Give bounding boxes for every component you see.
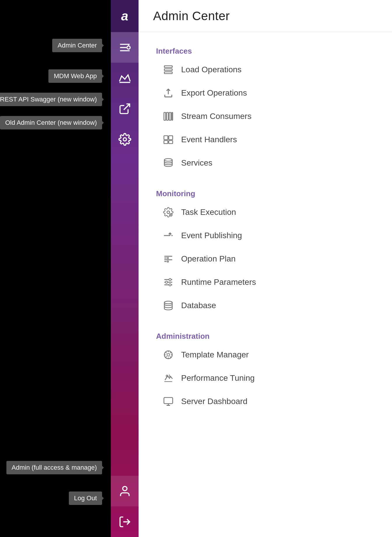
services-icon	[162, 157, 175, 169]
svg-rect-15	[167, 113, 168, 120]
main-content: Admin Center Interfaces Load Operations	[139, 0, 392, 537]
performance-tuning-icon	[162, 372, 175, 385]
nav-item-template-manager[interactable]: Template Manager	[153, 343, 377, 366]
svg-point-42	[164, 301, 172, 304]
stream-consumers-icon	[162, 110, 175, 123]
nav-item-database[interactable]: Database	[153, 294, 377, 317]
nav-item-label: Export Operations	[181, 88, 247, 98]
nav-item-label: Operation Plan	[181, 254, 236, 264]
nav-item-label: Services	[181, 158, 212, 168]
nav-item-label: Stream Consumers	[181, 112, 251, 121]
section-label-monitoring: Monitoring	[153, 189, 377, 198]
svg-point-45	[166, 375, 168, 377]
operation-plan-icon	[162, 252, 175, 265]
nav-item-operation-plan[interactable]: Operation Plan	[153, 247, 377, 271]
svg-point-34	[167, 257, 169, 259]
svg-rect-12	[164, 72, 172, 74]
app-logo: a	[111, 0, 139, 32]
nav-item-performance-tuning[interactable]: Performance Tuning	[153, 366, 377, 390]
page-title: Admin Center	[153, 9, 230, 23]
left-panel: Admin Center MDM Web App REST API Swagge…	[0, 0, 111, 537]
template-manager-icon	[162, 348, 175, 361]
tooltip-admin-user: Admin (full access & manage)	[6, 461, 102, 474]
svg-point-40	[165, 281, 168, 283]
nav-item-label: Load Operations	[181, 65, 242, 74]
task-execution-icon	[162, 206, 175, 219]
svg-point-22	[164, 159, 172, 161]
sidebar-item-admin-center[interactable]	[111, 32, 139, 63]
tooltip-old-admin-center: Old Admin Center (new window)	[0, 116, 102, 129]
svg-point-23	[167, 211, 170, 214]
load-operations-icon	[162, 63, 175, 76]
svg-rect-17	[172, 113, 173, 120]
event-publishing-icon	[162, 229, 175, 242]
logout-icon	[118, 515, 131, 528]
svg-rect-18	[164, 136, 168, 140]
nav-item-label: Task Execution	[181, 208, 236, 217]
settings-list-icon	[118, 41, 131, 54]
svg-rect-16	[169, 113, 171, 120]
nav-item-runtime-parameters[interactable]: Runtime Parameters	[153, 271, 377, 294]
svg-point-44	[167, 354, 170, 356]
nav-item-label: Database	[181, 301, 216, 310]
sidebar-item-rest-api[interactable]	[111, 93, 139, 124]
svg-rect-46	[164, 398, 173, 404]
nav-item-label: Server Dashboard	[181, 397, 247, 406]
nav-item-event-handlers[interactable]: Event Handlers	[153, 128, 377, 151]
sidebar: a	[111, 0, 139, 537]
nav-item-task-execution[interactable]: Task Execution	[153, 201, 377, 224]
crown-icon	[118, 72, 131, 85]
svg-rect-20	[164, 141, 168, 144]
svg-point-3	[127, 46, 130, 49]
svg-point-39	[169, 278, 171, 281]
nav-item-label: Event Handlers	[181, 135, 237, 144]
nav-item-services[interactable]: Services	[153, 151, 377, 175]
svg-rect-19	[169, 136, 173, 140]
sidebar-item-user[interactable]	[111, 476, 139, 506]
svg-rect-10	[164, 66, 172, 68]
nav-item-server-dashboard[interactable]: Server Dashboard	[153, 390, 377, 413]
svg-point-35	[167, 261, 169, 262]
runtime-parameters-icon	[162, 276, 175, 289]
server-dashboard-icon	[162, 395, 175, 408]
svg-point-7	[123, 138, 126, 141]
gear-icon	[118, 133, 131, 146]
spacer-1	[153, 175, 377, 183]
svg-rect-11	[164, 69, 172, 71]
export-operations-icon	[162, 87, 175, 99]
nav-item-label: Performance Tuning	[181, 373, 255, 383]
main-header: Admin Center	[139, 0, 392, 32]
tooltip-admin-center: Admin Center	[52, 39, 102, 52]
event-handlers-icon	[162, 133, 175, 146]
logo-char: a	[121, 9, 128, 23]
svg-point-41	[169, 284, 171, 286]
nav-item-event-publishing[interactable]: Event Publishing	[153, 224, 377, 247]
nav-item-label: Runtime Parameters	[181, 278, 256, 287]
database-icon	[162, 299, 175, 312]
nav-item-export-operations[interactable]: Export Operations	[153, 81, 377, 105]
sidebar-item-mdm-web-app[interactable]	[111, 63, 139, 93]
nav-list: Interfaces Load Operations	[139, 32, 392, 537]
tooltip-log-out: Log Out	[69, 492, 102, 505]
external-link-icon	[118, 102, 131, 115]
tooltip-mdm-web-app: MDM Web App	[48, 69, 102, 83]
section-label-administration: Administration	[153, 332, 377, 341]
tooltip-rest-api-swagger: REST API Swagger (new window)	[0, 93, 102, 106]
svg-line-6	[124, 104, 130, 110]
nav-item-label: Template Manager	[181, 350, 249, 359]
nav-item-load-operations[interactable]: Load Operations	[153, 58, 377, 81]
svg-point-8	[123, 486, 127, 491]
sidebar-item-logout[interactable]	[111, 506, 139, 537]
svg-rect-14	[164, 113, 166, 120]
spacer-2	[153, 317, 377, 326]
svg-rect-21	[169, 141, 173, 144]
nav-item-label: Event Publishing	[181, 231, 242, 240]
section-label-interfaces: Interfaces	[153, 47, 377, 56]
nav-item-stream-consumers[interactable]: Stream Consumers	[153, 105, 377, 128]
sidebar-item-old-admin[interactable]	[111, 124, 139, 155]
user-icon	[118, 485, 131, 498]
